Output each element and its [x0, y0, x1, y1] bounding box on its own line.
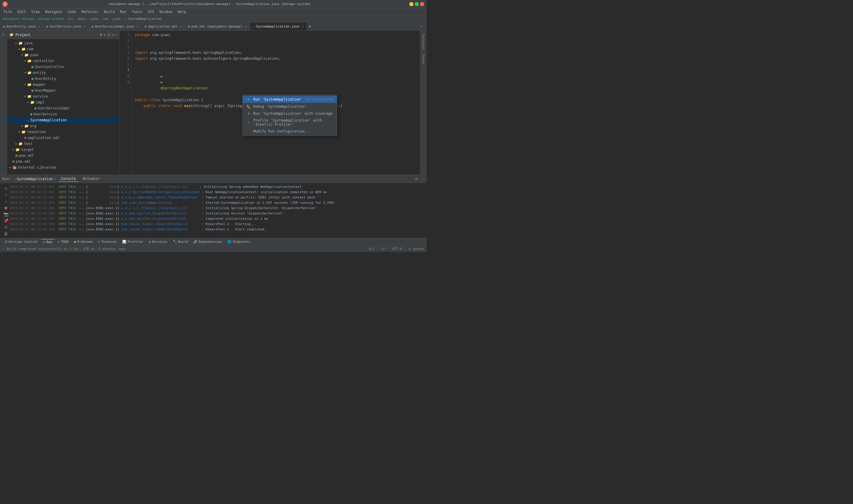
- tree-item-usermapper[interactable]: ● UserMapper: [7, 88, 119, 93]
- tree-item-userservice[interactable]: ● UserService: [7, 111, 119, 117]
- btab-endpoints[interactable]: 🌐 Endpoints: [225, 239, 253, 244]
- sidebar-database[interactable]: Database: [421, 32, 426, 52]
- encoding[interactable]: UTF-8: [392, 247, 402, 251]
- tree-item-external-libs[interactable]: ▶ 📚 External Libraries: [7, 164, 119, 170]
- tree-item-mapper[interactable]: ▼ 📁 mapper: [7, 82, 119, 88]
- btab-terminal[interactable]: ⌨ Terminal: [96, 239, 120, 244]
- tab-userserviceimpl[interactable]: ● UserServiceImpl.java ✕: [88, 22, 142, 31]
- breadcrumb-item[interactable]: com: [102, 17, 108, 21]
- close-panel-icon[interactable]: ✕: [115, 33, 117, 37]
- tree-item-pom-xml-outer[interactable]: m pom.xml: [7, 159, 119, 164]
- cursor-position[interactable]: 9:2: [369, 247, 375, 251]
- filter-icon[interactable]: ⊟: [5, 224, 7, 230]
- tab-close[interactable]: ✕: [137, 25, 139, 28]
- tree-item-userserviceimpl[interactable]: ● UserServiceImpl: [7, 105, 119, 111]
- breadcrumb-item[interactable]: manage-system: [38, 17, 64, 21]
- context-menu: ▶ Run 'SystemApplication' Ctrl+Shift+F10…: [242, 95, 337, 136]
- tree-item-systemapplication[interactable]: ☕ SystemApplication: [7, 117, 119, 123]
- btab-profiler[interactable]: 📊 Profiler: [120, 239, 145, 244]
- run-gutter-icon[interactable]: ▶: [161, 74, 163, 78]
- stop-icon[interactable]: ■: [5, 205, 7, 210]
- collapse-console-icon[interactable]: —: [422, 177, 424, 181]
- project-icon[interactable]: P: [1, 32, 6, 38]
- menu-edit[interactable]: Edit: [15, 9, 29, 15]
- scroll-up-icon[interactable]: ↑: [5, 192, 7, 197]
- settings-icon[interactable]: ⚙: [415, 177, 417, 181]
- breadcrumb-item[interactable]: java: [90, 17, 98, 21]
- tab-close[interactable]: ✕: [84, 25, 85, 28]
- tree-item-com[interactable]: ▶ 📁 com: [7, 46, 119, 52]
- btab-todo[interactable]: ☑ TODO: [55, 239, 71, 244]
- tree-item-service[interactable]: ▼ 📁 service: [7, 93, 119, 100]
- btab-problems[interactable]: ● Problems: [72, 239, 95, 244]
- menu-build[interactable]: Build: [102, 9, 117, 15]
- run-close-icon[interactable]: ✕: [54, 177, 56, 181]
- ctx-run[interactable]: ▶ Run 'SystemApplication' Ctrl+Shift+F10: [243, 96, 337, 103]
- breadcrumb-item[interactable]: equipment-manage: [2, 17, 34, 21]
- tree-item-yuan[interactable]: ▼ 📁 yuan: [7, 52, 119, 58]
- breadcrumb-item[interactable]: main: [78, 17, 86, 21]
- tab-close[interactable]: ✕: [180, 25, 182, 28]
- tree-item-controller[interactable]: ▼ 📁 controller: [7, 58, 119, 64]
- tab-close[interactable]: ✕: [38, 25, 40, 28]
- menu-refactor[interactable]: Refactor: [79, 9, 101, 15]
- menu-file[interactable]: File: [1, 9, 15, 15]
- tree-item-java[interactable]: ▶ 📁 java: [7, 40, 119, 46]
- tree-item-target[interactable]: ▶ 📁 target: [7, 147, 119, 152]
- collapse-icon[interactable]: ☰: [107, 33, 110, 37]
- btab-run[interactable]: ▶ Run: [41, 239, 55, 245]
- pin-icon[interactable]: 📌: [3, 218, 8, 223]
- locate-icon[interactable]: ⊕: [104, 33, 106, 37]
- maximize-button[interactable]: [415, 2, 419, 6]
- menu-navigate[interactable]: Navigate: [43, 9, 65, 15]
- sidebar-maven[interactable]: Maven: [421, 52, 426, 67]
- ctx-run-coverage[interactable]: ⊙ Run 'SystemApplication' with Coverage: [243, 110, 337, 117]
- breadcrumb-item[interactable]: yuan: [113, 17, 121, 21]
- breadcrumb-item[interactable]: src: [68, 17, 74, 21]
- run-gutter-icon2[interactable]: ▶: [161, 80, 163, 84]
- tab-application-yml[interactable]: ⚙ application.yml ✕: [142, 22, 185, 31]
- restart-icon[interactable]: ↺: [5, 185, 7, 191]
- breadcrumb-item-active[interactable]: SystemApplication: [128, 17, 162, 21]
- tab-systemapplication[interactable]: ☕ SystemApplication.java ✕: [250, 22, 307, 31]
- tree-item-userentity[interactable]: ● UserEntity: [7, 76, 119, 82]
- tab-close[interactable]: ✕: [302, 25, 304, 28]
- trash-icon[interactable]: 🗑: [4, 231, 8, 236]
- menu-code[interactable]: Code: [65, 9, 79, 15]
- tabs-overflow[interactable]: ▼: [307, 22, 313, 31]
- tree-item-test[interactable]: ▶ 📁 test: [7, 141, 119, 147]
- tree-item-entity[interactable]: ▼ 📁 entity: [7, 70, 119, 76]
- menu-view[interactable]: View: [29, 9, 42, 15]
- tree-item-application-yml[interactable]: ⚙ application.yml: [7, 135, 119, 141]
- ctx-modify-config[interactable]: Modify Run Configuration...: [243, 128, 337, 135]
- tab-userservice[interactable]: ● UserService.java ✕: [43, 22, 88, 31]
- menu-tools[interactable]: Tools: [129, 9, 145, 15]
- tab-userentity[interactable]: ● UserEntity.java ✕: [0, 22, 43, 31]
- ctx-debug[interactable]: 🐛 Debug 'SystemApplication': [243, 103, 337, 110]
- indent-setting[interactable]: 4 spaces: [408, 247, 424, 251]
- tree-item-usercontroller[interactable]: ● UserController: [7, 64, 119, 70]
- scroll-down-icon[interactable]: ↓: [5, 198, 7, 204]
- menu-run[interactable]: Run: [118, 9, 129, 15]
- menu-window[interactable]: Window: [157, 9, 175, 15]
- menu-vcs[interactable]: VCS: [145, 9, 157, 15]
- btab-services[interactable]: ⚙ Services: [146, 239, 170, 244]
- menu-help[interactable]: Help: [175, 9, 189, 15]
- ctx-profile[interactable]: ⚡ Profile 'SystemApplication' with 'Inte…: [243, 117, 337, 128]
- tree-item-impl[interactable]: ▼ 📁 impl: [7, 100, 119, 105]
- settings-gear-icon[interactable]: ⚙: [111, 33, 114, 37]
- close-button[interactable]: [420, 2, 424, 6]
- screenshot-icon[interactable]: 📷: [3, 212, 8, 217]
- btab-version-control[interactable]: ⎇ Version Control: [1, 239, 40, 244]
- tab-actuator[interactable]: Actuator: [81, 176, 102, 182]
- btab-dependencies[interactable]: 🔗 Dependencies: [191, 239, 224, 244]
- tab-pom-xml[interactable]: m pom.xml (equipment-manage) ✕: [185, 22, 250, 31]
- minimize-button[interactable]: [409, 2, 414, 6]
- tree-item-pom-xml-inner[interactable]: m pom.xml: [7, 152, 119, 159]
- btab-build[interactable]: 🔨 Build: [171, 239, 190, 244]
- tab-close[interactable]: ✕: [245, 25, 247, 28]
- tree-item-resources[interactable]: ▼ 📁 resources: [7, 129, 119, 135]
- tree-item-org[interactable]: ▶ 📁 org: [7, 123, 119, 129]
- line-ending[interactable]: LF: [381, 247, 385, 251]
- tab-console[interactable]: Console: [58, 176, 79, 182]
